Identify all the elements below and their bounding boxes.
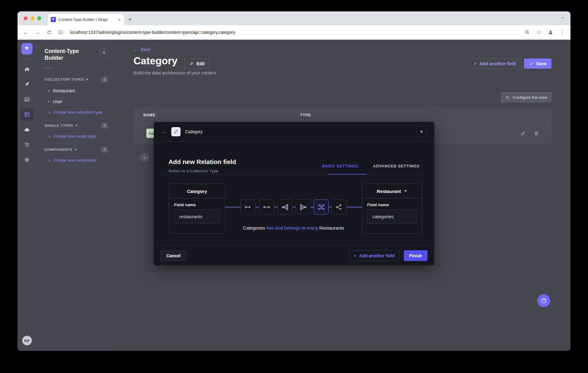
content-type-builder-icon[interactable]: [21, 108, 34, 121]
cloud-icon[interactable]: [21, 123, 34, 136]
reload-icon[interactable]: [46, 30, 52, 35]
section-collection-types[interactable]: COLLECTION TYPES 2: [45, 77, 108, 82]
relation-one-to-many-button[interactable]: [277, 199, 292, 215]
section-count-badge: 2: [101, 77, 108, 82]
zoom-icon[interactable]: [525, 30, 530, 35]
configure-view-button[interactable]: Configure the view: [501, 92, 551, 102]
back-link[interactable]: ← Back: [133, 47, 151, 52]
profile-avatar-icon[interactable]: [548, 30, 554, 35]
site-info-icon[interactable]: [58, 30, 63, 35]
chevron-down-icon: [75, 125, 78, 126]
relation-many-to-many-button[interactable]: [314, 199, 329, 215]
marketplace-cart-icon[interactable]: [21, 138, 34, 151]
title-divider: [45, 68, 54, 68]
zoom-window-button[interactable]: [37, 16, 41, 20]
screenshot-stage: Content-Type Builder | Strapi × + ← → lo…: [0, 0, 588, 373]
bookmark-star-icon[interactable]: ☆: [537, 29, 541, 36]
page-title: Category: [133, 55, 177, 67]
home-icon[interactable]: [21, 63, 34, 76]
section-label: COLLECTION TYPES: [45, 78, 84, 81]
tab-close-icon[interactable]: ×: [118, 17, 121, 22]
plus-icon: +: [48, 134, 51, 139]
user-avatar[interactable]: KD: [22, 336, 32, 345]
plus-icon: +: [48, 158, 51, 163]
create-collection-type-link[interactable]: + Create new collection type: [45, 110, 114, 115]
new-tab-button[interactable]: +: [128, 16, 132, 23]
close-window-button[interactable]: [24, 16, 28, 20]
chevron-down-icon: [86, 79, 89, 80]
modal-subtitle: Refers to a Collection Type: [169, 169, 218, 173]
page-subtitle: Build the data architecture of your cont…: [133, 70, 216, 75]
modal-back-arrow-icon[interactable]: ←: [161, 128, 167, 135]
browser-tab[interactable]: Content-Type Builder | Strapi ×: [48, 14, 124, 25]
plus-icon: +: [354, 253, 356, 258]
modal-footer: Cancel + Add another field Finish: [154, 246, 434, 265]
field-name-label: Field name: [174, 203, 220, 207]
configure-icon: [505, 95, 510, 100]
add-another-field-button[interactable]: + Add another field: [469, 58, 521, 69]
sidebar-item-restaurant[interactable]: Restaurant: [45, 88, 114, 93]
table-header-row: NAME TYPE: [133, 107, 551, 123]
target-collection-select[interactable]: Restaurant: [362, 184, 422, 199]
strapi-favicon-icon: [51, 17, 56, 22]
address-bar[interactable]: localhost:1337/admin/plugins/content-typ…: [70, 30, 518, 35]
relation-sentence: Categories has and belongs to many Resta…: [225, 225, 362, 231]
section-single-types[interactable]: SINGLE TYPES 0: [45, 123, 108, 129]
check-icon: [529, 62, 533, 66]
source-card: Category Field name restaurants: [169, 184, 225, 234]
save-button[interactable]: Save: [524, 58, 551, 69]
relation-one-to-one-button[interactable]: [259, 199, 274, 215]
modal-breadcrumb: Category: [185, 129, 203, 134]
relation-link-icon: [171, 127, 181, 136]
bullet-icon: [48, 90, 50, 91]
search-button[interactable]: [100, 49, 108, 57]
column-type: TYPE: [300, 113, 311, 117]
modal-add-another-field-button[interactable]: + Add another field: [349, 250, 399, 261]
browser-forward-icon[interactable]: →: [35, 29, 40, 36]
cancel-button[interactable]: Cancel: [161, 250, 186, 261]
minimize-window-button[interactable]: [30, 16, 34, 20]
strapi-logo[interactable]: [21, 43, 33, 54]
delete-field-trash-icon[interactable]: [534, 131, 539, 136]
target-field-name-input[interactable]: categories: [367, 210, 417, 223]
browser-menu-icon[interactable]: ⋮: [560, 30, 565, 35]
tab-search-chevron-icon[interactable]: [561, 16, 565, 20]
help-button[interactable]: [537, 294, 550, 307]
section-count-badge: 0: [101, 147, 108, 153]
chevron-down-icon: [404, 190, 407, 192]
column-name: NAME: [143, 113, 156, 117]
chevron-down-icon: [74, 149, 77, 150]
create-single-type-link[interactable]: + Create new single type: [45, 134, 114, 139]
media-library-icon[interactable]: [21, 93, 34, 106]
browser-toolbar: ← → localhost:1337/admin/plugins/content…: [18, 25, 570, 40]
section-label: COMPONENTS: [45, 148, 72, 151]
relation-many-way-button[interactable]: [332, 199, 347, 215]
rail-divider: [21, 59, 33, 59]
tab-basic-settings[interactable]: BASIC SETTINGS: [322, 164, 358, 168]
back-arrow-icon: ←: [133, 47, 138, 52]
plugin-sidebar: Content-Type Builder COLLECTION TYPES 2 …: [36, 40, 114, 351]
modal-close-icon[interactable]: ×: [416, 126, 427, 137]
relation-one-way-button[interactable]: [240, 199, 256, 215]
add-field-plus-button[interactable]: +: [140, 153, 149, 162]
relation-many-to-one-button[interactable]: [296, 199, 311, 215]
question-mark-icon: [540, 297, 547, 304]
modal-title: Add new Relation field: [169, 158, 236, 166]
create-component-link[interactable]: + Create new component: [45, 158, 114, 163]
tab-title: Content-Type Builder | Strapi: [58, 18, 116, 22]
sidebar-item-user[interactable]: User: [45, 99, 114, 104]
edit-button[interactable]: Edit: [185, 58, 209, 69]
browser-back-icon[interactable]: ←: [23, 29, 29, 36]
content-manager-feather-icon[interactable]: [21, 78, 34, 91]
window-controls: [24, 16, 41, 20]
source-card-title: Category: [169, 184, 225, 199]
tab-advanced-settings[interactable]: ADVANCED SETTINGS: [373, 164, 419, 168]
section-components[interactable]: COMPONENTS 0: [45, 147, 108, 153]
finish-button[interactable]: Finish: [404, 250, 427, 261]
field-name-label: Field name: [367, 203, 417, 207]
source-field-name-input[interactable]: restaurants: [174, 210, 220, 223]
plugin-title: Content-Type Builder: [45, 48, 94, 62]
edit-field-pencil-icon[interactable]: [521, 131, 526, 136]
target-card: Restaurant Field name categories: [362, 184, 422, 234]
settings-gear-icon[interactable]: [21, 153, 34, 166]
